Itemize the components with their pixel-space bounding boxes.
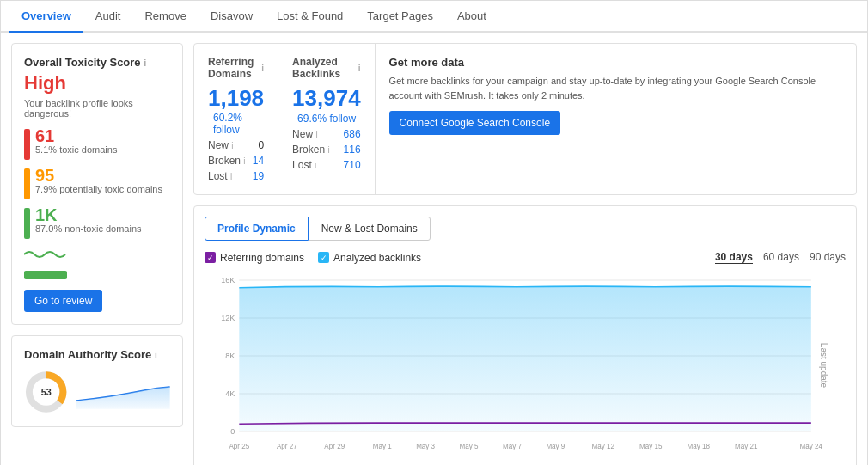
svg-text:0: 0 — [230, 426, 235, 436]
ab-broken-info[interactable]: i — [327, 145, 329, 155]
tab-new-lost-domains[interactable]: New & Lost Domains — [309, 217, 431, 241]
svg-text:May 12: May 12 — [592, 441, 615, 450]
get-more-block: Get more data Get more backlinks for you… — [376, 44, 856, 194]
score-61-label: 5.1% toxic domains — [35, 144, 117, 155]
referring-domains-block: Referring Domains i 1,198 60.2% follow N… — [194, 44, 278, 194]
chart-section: Profile Dynamic New & Lost Domains ✓ Ref… — [193, 205, 857, 465]
rd-broken-row: Broken i 14 — [208, 155, 264, 167]
left-panel: Overall Toxicity Score i High Your backl… — [11, 43, 183, 465]
svg-text:16K: 16K — [221, 275, 235, 285]
referring-domains-info-icon[interactable]: i — [261, 64, 264, 73]
ab-broken-row: Broken i 116 — [292, 144, 361, 156]
score-95: 95 — [35, 167, 162, 184]
chart-legend: ✓ Referring domains ✓ Analyzed backlinks — [205, 252, 421, 264]
go-to-review-button[interactable]: Go to review — [24, 290, 102, 312]
toxicity-title: Overall Toxicity Score i — [24, 56, 170, 69]
nav-item-disavow[interactable]: Disavow — [199, 1, 265, 33]
svg-text:May 1: May 1 — [373, 441, 392, 450]
chart-controls: ✓ Referring domains ✓ Analyzed backlinks — [205, 251, 846, 264]
score-95-label: 7.9% potentially toxic domains — [35, 184, 162, 194]
chart-svg: 16K 12K 8K 4K 0 Apr 25 Apr 27 Apr 29 — [205, 271, 828, 460]
svg-text:May 18: May 18 — [688, 441, 711, 450]
svg-text:May 3: May 3 — [416, 441, 435, 450]
referring-domains-title: Referring Domains i — [208, 56, 264, 80]
svg-text:May 9: May 9 — [546, 441, 565, 450]
analyzed-backlinks-block: Analyzed Backlinks i 13,974 69.6% follow… — [278, 44, 376, 194]
svg-text:May 24: May 24 — [800, 441, 823, 450]
rd-new-row: New i 0 — [208, 139, 264, 151]
tab-profile-dynamic[interactable]: Profile Dynamic — [205, 217, 309, 241]
nav-item-overview[interactable]: Overview — [9, 1, 83, 33]
analyzed-backlinks-number: 13,974 — [292, 85, 361, 112]
domain-authority-donut: 53 — [24, 370, 68, 414]
nav-item-target-pages[interactable]: Target Pages — [355, 1, 445, 33]
svg-text:53: 53 — [41, 387, 52, 397]
score-items: 61 5.1% toxic domains 95 7.9% potentiall… — [24, 127, 170, 239]
chart-period-selector: 30 days 60 days 90 days — [715, 251, 846, 264]
nav-item-about[interactable]: About — [445, 1, 498, 33]
main-content: Overall Toxicity Score i High Your backl… — [1, 33, 867, 465]
toxicity-info-icon[interactable]: i — [144, 58, 146, 68]
ab-lost-row: Lost i 710 — [292, 159, 361, 171]
svg-text:May 21: May 21 — [735, 441, 758, 450]
chart-tabs: Profile Dynamic New & Lost Domains — [205, 217, 846, 241]
legend-referring-domains[interactable]: ✓ Referring domains — [205, 252, 304, 264]
period-60-days[interactable]: 60 days — [763, 251, 799, 264]
get-more-description: Get more backlinks for your campaign and… — [389, 74, 842, 102]
ab-new-row: New i 686 — [292, 128, 361, 140]
domain-authority-trend — [76, 375, 170, 409]
nav-item-remove[interactable]: Remove — [132, 1, 198, 33]
connect-search-console-button[interactable]: Connect Google Search Console — [389, 111, 560, 135]
chart-area: 16K 12K 8K 4K 0 Apr 25 Apr 27 Apr 29 — [205, 271, 846, 460]
score-61: 61 — [35, 127, 117, 144]
svg-text:Apr 29: Apr 29 — [324, 441, 345, 450]
svg-text:12K: 12K — [221, 313, 235, 322]
svg-text:4K: 4K — [225, 389, 235, 398]
svg-text:8K: 8K — [225, 351, 235, 360]
rd-new-info[interactable]: i — [231, 141, 233, 150]
score-1k: 1K — [35, 206, 142, 223]
toxicity-card: Overall Toxicity Score i High Your backl… — [11, 43, 183, 325]
domain-authority-card: Domain Authority Score i 53 — [11, 335, 183, 427]
wave-decoration — [24, 246, 67, 263]
score-1k-label: 87.0% non-toxic domains — [35, 223, 142, 234]
domain-authority-content: 53 — [24, 370, 170, 414]
svg-text:May 15: May 15 — [639, 441, 663, 450]
toxicity-description: Your backlink profile looks dangerous! — [24, 98, 170, 119]
ab-info-icon[interactable]: i — [358, 64, 361, 73]
domain-authority-title: Domain Authority Score i — [24, 348, 170, 361]
nav-item-lost-found[interactable]: Lost & Found — [265, 1, 355, 33]
rd-broken-info[interactable]: i — [243, 156, 245, 166]
nav-item-audit[interactable]: Audit — [83, 1, 133, 33]
right-panel: Referring Domains i 1,198 60.2% follow N… — [193, 43, 857, 465]
svg-text:Apr 27: Apr 27 — [277, 441, 297, 450]
last-update-label: Last update — [818, 343, 828, 388]
svg-text:Apr 25: Apr 25 — [229, 441, 249, 450]
domain-auth-info-icon[interactable]: i — [155, 351, 157, 360]
referring-domains-number: 1,198 — [208, 85, 264, 112]
period-30-days[interactable]: 30 days — [715, 251, 753, 264]
analyzed-backlinks-follow: 69.6% follow — [297, 113, 356, 125]
svg-text:May 5: May 5 — [460, 441, 479, 450]
nav-bar: Overview Audit Remove Disavow Lost & Fou… — [1, 1, 867, 33]
stats-row: Referring Domains i 1,198 60.2% follow N… — [193, 43, 857, 195]
analyzed-backlinks-title: Analyzed Backlinks i — [292, 56, 361, 80]
legend-analyzed-backlinks[interactable]: ✓ Analyzed backlinks — [318, 252, 421, 264]
referring-domains-follow: 60.2% follow — [213, 112, 264, 136]
get-more-title: Get more data — [389, 56, 842, 69]
rd-lost-info[interactable]: i — [230, 172, 232, 181]
svg-text:May 7: May 7 — [503, 441, 522, 450]
ab-new-info[interactable]: i — [315, 130, 317, 139]
rd-lost-row: Lost i 19 — [208, 170, 264, 182]
period-90-days[interactable]: 90 days — [810, 251, 846, 264]
toxicity-level: High — [24, 72, 170, 95]
ab-lost-info[interactable]: i — [315, 161, 316, 170]
